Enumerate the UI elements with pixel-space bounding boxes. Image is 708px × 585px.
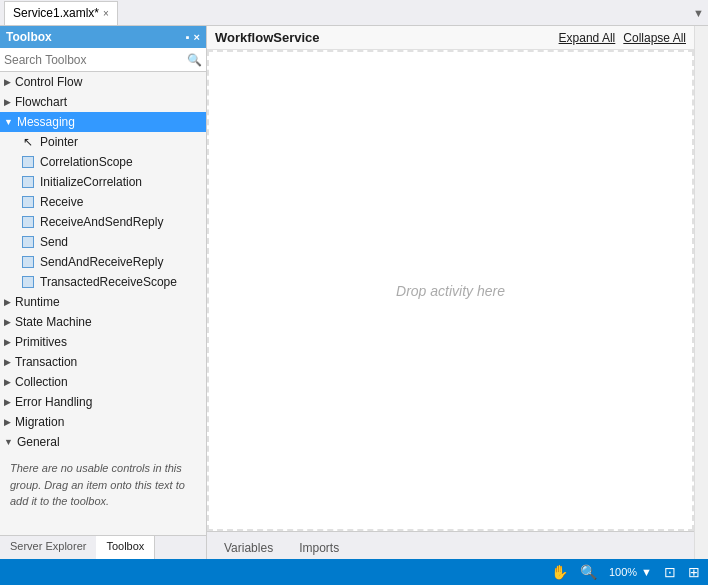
imports-tab[interactable]: Imports [286,536,352,559]
bottom-tabs: Variables Imports [207,531,694,559]
transacted-receive-scope-icon [20,274,36,290]
category-label-transaction: Transaction [15,355,77,369]
arrow-transaction: ▶ [4,357,11,367]
category-collection[interactable]: ▶ Collection [0,372,206,392]
arrow-general: ▼ [4,437,13,447]
toolbox-header: Toolbox ▪ × [0,26,206,48]
general-note: There are no usable controls in this gro… [0,452,206,518]
server-explorer-tab[interactable]: Server Explorer [0,536,96,559]
pointer-icon: ↖ [20,134,36,150]
tool-label-transacted-receive-scope: TransactedReceiveScope [40,275,177,289]
tool-initialize-correlation[interactable]: InitializeCorrelation [0,172,206,192]
collapse-all-button[interactable]: Collapse All [623,31,686,45]
search-status-icon[interactable]: 🔍 [580,564,597,580]
tool-send-and-receive-reply[interactable]: SendAndReceiveReply [0,252,206,272]
send-and-receive-reply-icon [20,254,36,270]
initialize-correlation-icon [20,174,36,190]
toolbox-content: ▶ Control Flow ▶ Flowchart ▼ Messaging ↖… [0,72,206,535]
category-label-primitives: Primitives [15,335,67,349]
toolbox-panel: Toolbox ▪ × 🔍 ▶ Control Flow ▶ [0,26,207,559]
arrow-error-handling: ▶ [4,397,11,407]
arrow-flowchart: ▶ [4,97,11,107]
designer-actions: Expand All Collapse All [559,31,686,45]
designer-toolbar: WorkflowService Expand All Collapse All [207,26,694,50]
designer-canvas[interactable]: Drop activity here [207,50,694,531]
tool-label-pointer: Pointer [40,135,78,149]
tab-label: Service1.xamlx* [13,6,99,20]
category-label-general: General [17,435,60,449]
category-label-error-handling: Error Handling [15,395,92,409]
tool-send[interactable]: Send [0,232,206,252]
arrow-state-machine: ▶ [4,317,11,327]
drop-hint: Drop activity here [396,283,505,299]
arrow-control-flow: ▶ [4,77,11,87]
tool-label-receive-and-send-reply: ReceiveAndSendReply [40,215,163,229]
tool-receive[interactable]: Receive [0,192,206,212]
fit-icon[interactable]: ⊡ [664,564,676,580]
category-transaction[interactable]: ▶ Transaction [0,352,206,372]
close-icon[interactable]: × [194,31,200,43]
zoom-dropdown-icon[interactable]: ▼ [641,566,652,578]
category-primitives[interactable]: ▶ Primitives [0,332,206,352]
category-label-migration: Migration [15,415,64,429]
category-error-handling[interactable]: ▶ Error Handling [0,392,206,412]
panel-bottom-tabs: Server Explorer Toolbox [0,535,206,559]
arrow-collection: ▶ [4,377,11,387]
minimap-icon[interactable]: ⊞ [688,564,700,580]
tool-label-receive: Receive [40,195,83,209]
tool-label-send: Send [40,235,68,249]
tool-receive-and-send-reply[interactable]: ReceiveAndSendReply [0,212,206,232]
tab-close-icon[interactable]: × [103,8,109,19]
tool-pointer[interactable]: ↖ Pointer [0,132,206,152]
zoom-control: 100% ▼ [609,566,652,578]
pin-icon[interactable]: ▪ [186,31,190,43]
receive-icon [20,194,36,210]
receive-and-send-reply-icon [20,214,36,230]
toolbox-title: Toolbox [6,30,186,44]
correlation-scope-icon [20,154,36,170]
arrow-runtime: ▶ [4,297,11,307]
category-runtime[interactable]: ▶ Runtime [0,292,206,312]
search-bar: 🔍 [0,48,206,72]
tab-bar: Service1.xamlx* × ▼ [0,0,708,26]
zoom-level: 100% [609,566,637,578]
hand-icon[interactable]: ✋ [551,564,568,580]
designer-wrapper: WorkflowService Expand All Collapse All … [207,26,694,559]
arrow-migration: ▶ [4,417,11,427]
designer-tab[interactable]: Service1.xamlx* × [4,1,118,25]
toolbox-header-icons: ▪ × [186,31,200,43]
canvas-main: WorkflowService Expand All Collapse All … [207,26,694,559]
variables-tab[interactable]: Variables [211,536,286,559]
general-note-text: There are no usable controls in this gro… [10,462,185,507]
arrow-primitives: ▶ [4,337,11,347]
category-migration[interactable]: ▶ Migration [0,412,206,432]
tool-label-correlation-scope: CorrelationScope [40,155,133,169]
category-flowchart[interactable]: ▶ Flowchart [0,92,206,112]
category-label-state-machine: State Machine [15,315,92,329]
workflow-title: WorkflowService [215,30,559,45]
tool-label-initialize-correlation: InitializeCorrelation [40,175,142,189]
bottom-status-bar: ✋ 🔍 100% ▼ ⊡ ⊞ [0,559,708,585]
toolbox-tab[interactable]: Toolbox [96,536,155,559]
right-scrollbar[interactable] [694,26,708,559]
category-label-messaging: Messaging [17,115,75,129]
category-label-collection: Collection [15,375,68,389]
category-label-flowchart: Flowchart [15,95,67,109]
tool-transacted-receive-scope[interactable]: TransactedReceiveScope [0,272,206,292]
category-label-runtime: Runtime [15,295,60,309]
tool-label-send-and-receive-reply: SendAndReceiveReply [40,255,163,269]
category-messaging[interactable]: ▼ Messaging [0,112,206,132]
tab-bar-right: ▼ [693,7,704,19]
tool-correlation-scope[interactable]: CorrelationScope [0,152,206,172]
category-state-machine[interactable]: ▶ State Machine [0,312,206,332]
arrow-messaging: ▼ [4,117,13,127]
search-icon[interactable]: 🔍 [187,53,202,67]
category-control-flow[interactable]: ▶ Control Flow [0,72,206,92]
category-general[interactable]: ▼ General [0,432,206,452]
search-input[interactable] [4,53,187,67]
send-icon [20,234,36,250]
expand-all-button[interactable]: Expand All [559,31,616,45]
category-label-control-flow: Control Flow [15,75,82,89]
